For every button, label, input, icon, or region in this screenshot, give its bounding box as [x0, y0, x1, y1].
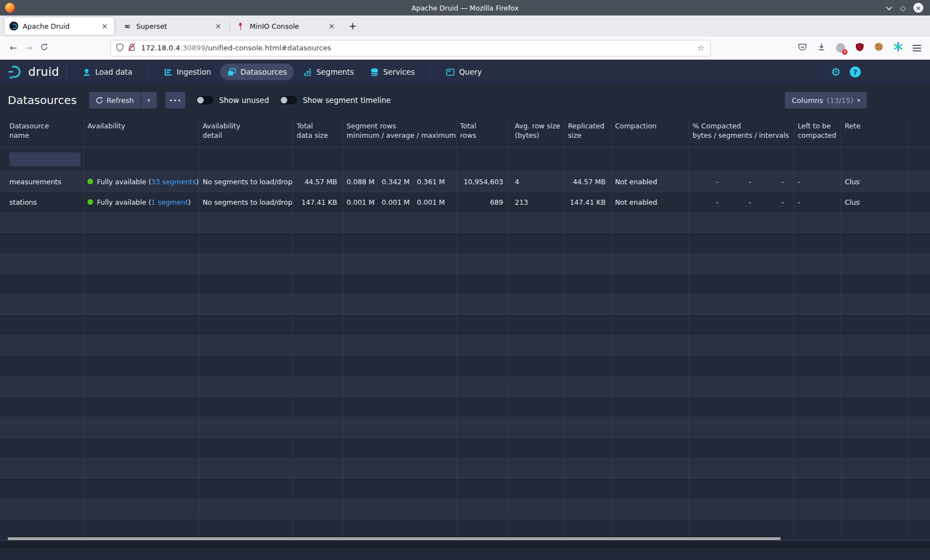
column-header[interactable]: Segment rowsminimum / average / maximum	[343, 116, 457, 147]
table-cell	[84, 376, 199, 396]
url-bar[interactable]: 172.18.0.4:30899/unified-console.html#da…	[110, 40, 711, 56]
pct-bytes: -	[693, 178, 725, 186]
refresh-button[interactable]: Refresh	[89, 92, 141, 108]
table-cell	[457, 397, 509, 417]
horizontal-scrollbar-thumb[interactable]	[8, 537, 781, 540]
table-cell	[841, 274, 908, 294]
druid-favicon-icon	[9, 22, 18, 30]
available-dot-icon	[87, 199, 93, 205]
table-cell	[612, 335, 689, 355]
ublock-shield-icon[interactable]	[855, 43, 864, 54]
column-header-filler	[908, 116, 930, 147]
pocket-icon[interactable]	[798, 43, 807, 54]
show-segment-timeline-toggle[interactable]	[279, 95, 298, 105]
table-cell	[689, 458, 794, 478]
nav-item-services[interactable]: Services	[363, 64, 422, 80]
reload-button[interactable]	[37, 43, 52, 53]
show-segment-timeline-label[interactable]: Show segment timeline	[303, 96, 391, 105]
nav-item-segments[interactable]: Segments	[296, 64, 361, 80]
table-cell	[689, 397, 794, 417]
tab-minio[interactable]: MinIO Console ×	[231, 17, 341, 35]
window-hide-button[interactable]	[886, 4, 892, 12]
table-cell	[794, 356, 841, 376]
segments-link[interactable]: 33 segments	[151, 178, 196, 186]
nav-item-label: Services	[383, 68, 415, 76]
table-cell	[841, 356, 908, 376]
settings-gear-icon[interactable]: ⚙	[831, 66, 841, 77]
nav-item-load-data[interactable]: Load data	[75, 64, 140, 80]
bookmark-star-icon[interactable]: ☆	[698, 43, 705, 53]
table-row-empty	[0, 253, 930, 274]
table-cell	[84, 356, 199, 376]
table-cell	[293, 397, 343, 417]
segments-link[interactable]: 1 segment	[151, 198, 188, 206]
table-cell	[908, 335, 930, 355]
nav-item-datasources[interactable]: Datasources	[220, 64, 294, 80]
shield-icon[interactable]	[116, 43, 123, 53]
nav-item-label: Datasources	[240, 68, 287, 76]
table-cell	[84, 294, 199, 314]
column-header[interactable]: Retention	[841, 116, 908, 147]
tab-close-icon[interactable]: ×	[214, 22, 223, 30]
window-maximize-button[interactable]: ◇	[900, 4, 906, 12]
forward-button[interactable]: →	[21, 43, 37, 53]
table-cell	[565, 520, 612, 540]
column-header[interactable]: Replicatedsize	[565, 116, 612, 147]
column-header[interactable]: Compaction	[612, 116, 689, 147]
download-icon[interactable]	[817, 43, 826, 54]
back-button[interactable]: ←	[6, 43, 21, 53]
table-cell	[794, 233, 841, 253]
window-close-button[interactable]: ×	[913, 3, 923, 13]
show-unused-toggle[interactable]	[195, 95, 214, 105]
tab-apache-druid[interactable]: Apache Druid ×	[4, 17, 114, 35]
table-cell	[612, 499, 689, 519]
nav-item-ingestion[interactable]: Ingestion	[157, 64, 218, 80]
column-header[interactable]: Availabilitydetail	[199, 116, 293, 147]
table-cell	[509, 479, 565, 499]
column-header[interactable]: Avg. row size(bytes)	[509, 116, 565, 147]
segment-rows-cell: 0.001 M 0.001 M 0.001 M	[343, 192, 457, 212]
extension-icon[interactable]	[836, 43, 845, 53]
tab-close-icon[interactable]: ×	[327, 22, 336, 30]
menu-button[interactable]	[913, 45, 921, 51]
refresh-caret-button[interactable]: ▾	[141, 92, 157, 108]
table-cell	[84, 417, 199, 437]
filter-cell	[293, 147, 343, 171]
druid-nav-bar: druid Load data Ingestion Datasources Se…	[0, 60, 930, 84]
pct-intervals: -	[758, 178, 790, 186]
table-row-empty	[0, 479, 930, 499]
nav-item-query[interactable]: Query	[439, 64, 489, 80]
table-cell	[565, 294, 612, 314]
help-button[interactable]: ?	[850, 66, 861, 77]
tab-close-icon[interactable]: ×	[100, 22, 109, 30]
tab-superset[interactable]: ∞ Superset ×	[118, 17, 228, 35]
table-body: measurements Fully available (33 segment…	[0, 172, 930, 548]
bar-chart-icon	[303, 68, 312, 76]
column-header[interactable]: % Compactedbytes / segments / intervals	[689, 116, 794, 147]
sparkle-extension-icon[interactable]	[893, 42, 903, 54]
left-to-be-compacted-cell: -	[794, 172, 841, 191]
more-button[interactable]: •••	[166, 92, 185, 108]
new-tab-button[interactable]: +	[349, 20, 356, 32]
column-header[interactable]: Datasourcename	[0, 116, 84, 147]
segment-rows-max: 0.001 M	[417, 198, 445, 206]
cookie-extension-icon[interactable]	[874, 42, 884, 54]
datasource-name-filter-input[interactable]	[9, 152, 80, 166]
table-cell	[199, 315, 293, 335]
show-unused-label[interactable]: Show unused	[219, 96, 269, 105]
insecure-lock-icon[interactable]	[128, 43, 136, 53]
table-cell	[565, 274, 612, 294]
nav-separator	[430, 66, 431, 78]
columns-button[interactable]: Columns (13/15) ▾	[785, 92, 867, 108]
column-header[interactable]: Left to becompacted	[794, 116, 841, 147]
table-cell	[612, 294, 689, 314]
chevron-down-icon: ▾	[857, 97, 860, 104]
table-cell	[0, 438, 84, 458]
column-header[interactable]: Totaldata size	[293, 116, 343, 147]
druid-logo[interactable]: druid	[8, 65, 59, 79]
table-cell	[565, 458, 612, 478]
table-cell	[794, 212, 841, 232]
column-header[interactable]: Totalrows	[457, 116, 509, 147]
column-header[interactable]: Availability	[84, 116, 199, 147]
table-cell	[343, 335, 457, 355]
